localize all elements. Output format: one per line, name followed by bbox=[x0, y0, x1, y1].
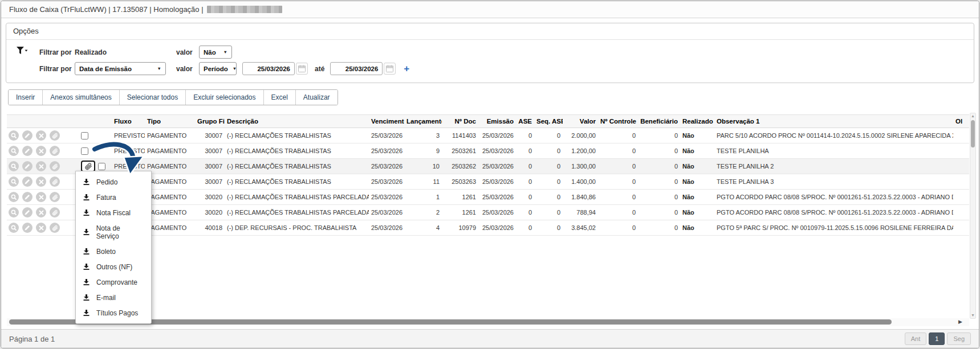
scroll-right-arrow-icon[interactable]: ▶ bbox=[958, 319, 962, 325]
cell-n-doc: 1261 bbox=[442, 205, 478, 220]
row-delete-button[interactable] bbox=[36, 176, 46, 187]
title-bar: Fluxo de Caixa (TrFluLctWW) | 17.135087 … bbox=[1, 1, 979, 18]
row-select-checkbox[interactable] bbox=[81, 147, 88, 155]
row-edit-button[interactable] bbox=[22, 207, 32, 217]
cell-lancamento: 11 bbox=[404, 174, 442, 190]
date-from-calendar-button[interactable] bbox=[296, 63, 308, 75]
row-edit-button[interactable] bbox=[22, 176, 32, 187]
date-to-calendar-button[interactable] bbox=[384, 63, 396, 75]
row-delete-button[interactable] bbox=[36, 192, 46, 202]
attach-menu-item-outros-nf[interactable]: Outros (NF) bbox=[76, 259, 151, 274]
magnifier-icon bbox=[11, 163, 17, 170]
row-view-button[interactable] bbox=[9, 192, 19, 202]
cell-tipo: PAGAMENTO bbox=[145, 128, 195, 143]
scroll-down-arrow-icon[interactable]: ▼ bbox=[970, 313, 975, 318]
toolbar-button-selecionar-todos[interactable]: Selecionar todos bbox=[119, 90, 185, 105]
toolbar-button-group: InserirAnexos simultâneosSelecionar todo… bbox=[8, 89, 338, 105]
table-row: PREVISTOPAGAMENTO30007(-) RECLAMAÇÕES TR… bbox=[7, 128, 969, 143]
attach-menu-item-nota-fiscal[interactable]: Nota Fiscal bbox=[76, 205, 151, 220]
column-header-ase: ASE bbox=[516, 115, 534, 128]
column-header-observacao-1: Observação 1 bbox=[714, 115, 953, 128]
add-filter-button[interactable]: + bbox=[404, 64, 409, 73]
filter-field-realizado: Realizado bbox=[75, 48, 169, 56]
cell-vencimento: 25/03/2026 bbox=[369, 128, 404, 143]
date-from-input[interactable]: 25/03/2026 bbox=[242, 62, 295, 75]
row-attach-button[interactable] bbox=[50, 223, 60, 233]
realizado-value-select[interactable]: Não ▼ bbox=[199, 46, 232, 59]
row-delete-button[interactable] bbox=[36, 161, 46, 171]
row-select-cell bbox=[79, 128, 112, 143]
grid-header-row: FluxoTipoGrupo Fin.DescriçãoVencimentoLa… bbox=[7, 115, 969, 128]
toolbar-button-inserir[interactable]: Inserir bbox=[9, 90, 42, 105]
row-attach-button[interactable] bbox=[50, 207, 60, 217]
column-header-vencimento: Vencimento bbox=[369, 115, 404, 128]
cell-ase: 0 bbox=[516, 205, 534, 220]
row-attach-button[interactable] bbox=[50, 146, 60, 156]
row-edit-button[interactable] bbox=[22, 130, 32, 141]
cell-ase: 0 bbox=[516, 143, 534, 159]
cell-grupo-fin: 30020 bbox=[195, 205, 225, 220]
scroll-up-arrow-icon[interactable]: ▲ bbox=[970, 113, 975, 119]
attach-menu-item-nota-de-servico[interactable]: Nota de Serviço bbox=[76, 220, 151, 244]
next-page-button[interactable]: Seg bbox=[947, 332, 971, 345]
row-delete-button[interactable] bbox=[36, 130, 46, 141]
cell-ol bbox=[953, 190, 969, 205]
cell-lancamento: 9 bbox=[404, 143, 442, 159]
paperclip-icon bbox=[52, 179, 58, 185]
cell-beneficiario: 0 bbox=[638, 174, 680, 190]
row-attach-button[interactable] bbox=[50, 192, 60, 202]
toolbar-button-atualizar[interactable]: Atualizar bbox=[295, 90, 337, 105]
pencil-icon bbox=[25, 133, 30, 138]
row-actions bbox=[7, 190, 79, 205]
cell-seq-ase: 0 bbox=[534, 205, 563, 220]
toolbar-button-excluir-selecionados[interactable]: Excluir selecionados bbox=[185, 90, 263, 105]
cell-vencimento: 25/03/2026 bbox=[369, 159, 404, 174]
column-header-beneficiario: Beneficiário bbox=[638, 115, 680, 128]
row-select-checkbox[interactable] bbox=[98, 163, 105, 170]
cell-lancamento: 3 bbox=[404, 128, 442, 143]
vertical-scrollbar-thumb[interactable] bbox=[971, 120, 975, 147]
row-view-button[interactable] bbox=[9, 161, 19, 171]
row-delete-button[interactable] bbox=[36, 223, 46, 233]
attach-menu-item-comprovante[interactable]: Comprovante bbox=[76, 274, 151, 290]
row-actions bbox=[7, 220, 79, 236]
paperclip-icon bbox=[52, 148, 58, 154]
toolbar-button-excel[interactable]: Excel bbox=[263, 90, 295, 105]
current-page-button[interactable]: 1 bbox=[929, 332, 945, 345]
row-view-button[interactable] bbox=[9, 207, 19, 217]
row-delete-button[interactable] bbox=[36, 207, 46, 217]
attach-menu-item-titulos-pagos[interactable]: Títulos Pagos bbox=[76, 305, 151, 321]
attach-dropdown-menu: PedidoFaturaNota FiscalNota de ServiçoBo… bbox=[75, 171, 152, 324]
row-edit-button[interactable] bbox=[22, 146, 32, 156]
row-attach-button[interactable] bbox=[50, 130, 60, 141]
attach-menu-item-fatura[interactable]: Fatura bbox=[76, 190, 151, 205]
row-view-button[interactable] bbox=[9, 146, 19, 156]
row-edit-button[interactable] bbox=[22, 223, 32, 233]
attach-menu-item-pedido[interactable]: Pedido bbox=[76, 174, 151, 190]
vertical-scrollbar[interactable]: ▲ ▼ bbox=[970, 113, 976, 319]
attach-menu-item-boleto[interactable]: Boleto bbox=[76, 244, 151, 259]
filter-field-select[interactable]: Data de Emissão ▼ bbox=[75, 62, 166, 75]
attach-menu-anchor-button[interactable] bbox=[81, 161, 95, 172]
date-to-input[interactable]: 25/03/2026 bbox=[330, 62, 383, 75]
row-view-button[interactable] bbox=[9, 176, 19, 187]
row-attach-button[interactable] bbox=[50, 176, 60, 187]
filter-funnel-icon[interactable] bbox=[17, 47, 39, 58]
row-attach-button[interactable] bbox=[50, 161, 60, 171]
row-view-button[interactable] bbox=[9, 223, 19, 233]
row-select-cell bbox=[79, 143, 112, 159]
attach-menu-item-e-mail[interactable]: E-mail bbox=[76, 290, 151, 305]
prev-page-button[interactable]: Ant bbox=[905, 332, 927, 345]
magnifier-icon bbox=[11, 179, 17, 185]
attach-menu-item-label: Boleto bbox=[96, 248, 116, 256]
header-select bbox=[79, 115, 112, 128]
cell-valor: 3.845,02 bbox=[563, 220, 598, 236]
toolbar-button-anexos-simultaneos[interactable]: Anexos simultâneos bbox=[42, 90, 119, 105]
row-edit-button[interactable] bbox=[22, 192, 32, 202]
row-view-button[interactable] bbox=[9, 130, 19, 141]
row-edit-button[interactable] bbox=[22, 161, 32, 171]
periodo-value-select[interactable]: Período ▼ bbox=[199, 62, 237, 75]
row-select-checkbox[interactable] bbox=[81, 132, 88, 139]
cell-ase: 0 bbox=[516, 174, 534, 190]
row-delete-button[interactable] bbox=[36, 146, 46, 156]
